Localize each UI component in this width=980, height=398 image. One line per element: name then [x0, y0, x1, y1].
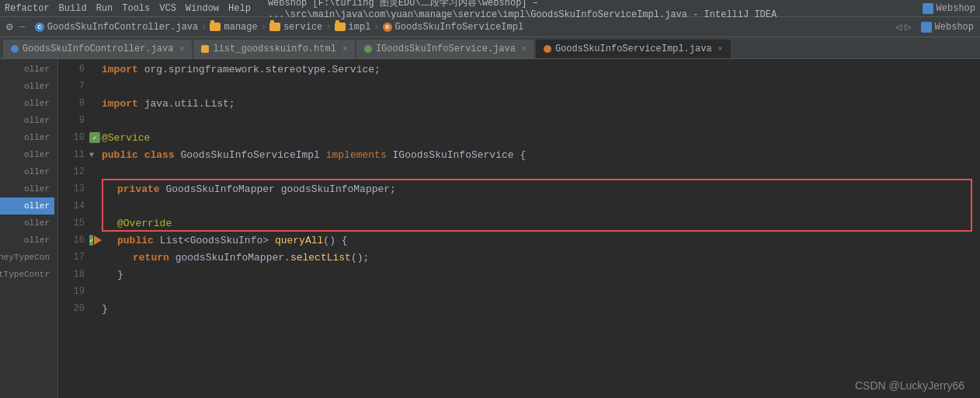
webshop-badge-label: Webshop [935, 22, 974, 33]
code-line-18: } [102, 266, 980, 283]
tab-goodsskuinfoserviceimpl[interactable]: GoodsSkuInfoServiceImpl.java × [536, 40, 731, 58]
tab-icon-html [201, 45, 209, 53]
webshop-badge: Webshop [921, 22, 974, 33]
gutter-green-check-line16: ✓ [89, 235, 93, 246]
breadcrumb-icon-serviceimpl: G [383, 23, 392, 32]
window-title-path: webshop [F:\turling 图灵EDU\二段学习内容\webshop… [268, 0, 913, 20]
code-line-7 [102, 78, 980, 95]
tab-igoodsskuinfoservice[interactable]: IGoodsSkuInfoService.java × [356, 40, 534, 58]
gutter-green-check-line10: ✓ [89, 132, 100, 143]
tab-label-controller: GoodsSkuInfoController.java [23, 44, 173, 54]
breadcrumb-item-controller[interactable]: GoodsSkuInfoController.java [47, 22, 198, 33]
tab-close-html[interactable]: × [342, 45, 347, 54]
tab-close-serviceimpl[interactable]: × [718, 45, 723, 54]
csdn-watermark: CSDN @LuckyJerry66 [855, 379, 964, 392]
breadcrumb-folder-service [269, 23, 280, 31]
menu-vcs[interactable]: VCS [159, 3, 176, 14]
code-line-19 [102, 283, 980, 300]
sidebar-item-nttypecontr[interactable]: ntTypeContr [0, 266, 54, 283]
menu-tools[interactable]: Tools [122, 3, 150, 14]
breadcrumb-minus[interactable]: − [19, 21, 25, 33]
webshop-badge-icon [921, 22, 932, 33]
code-line-12 [102, 163, 980, 180]
tab-icon-serviceimpl [544, 45, 551, 53]
line-numbers: 6 7 8 9 10 11 12 13 14 15 16 17 18 19 20 [58, 59, 89, 317]
code-line-16: public List<GoodsSkuInfo> queryAll() { [102, 232, 980, 249]
sidebar-item-10[interactable]: oller [0, 232, 54, 249]
menu-bar: Refactor Build Run Tools VCS Window Help… [0, 0, 980, 17]
code-line-10: @Service [102, 129, 980, 146]
breadcrumb-item-impl[interactable]: impl [349, 22, 371, 33]
tabs-bar: GoodsSkuInfoController.java × list_goods… [0, 37, 980, 59]
sidebar-item-6[interactable]: oller [0, 146, 54, 163]
tab-close-controller[interactable]: × [179, 45, 184, 54]
breadcrumb-item-service[interactable]: service [283, 22, 322, 33]
tab-close-iservice[interactable]: × [522, 45, 526, 54]
webshop-text: Webshop [937, 3, 975, 14]
gutter-fold-line11[interactable]: ▼ [89, 151, 94, 159]
code-lines: import org.springframework.stereotype.Se… [102, 59, 980, 398]
code-line-9 [102, 112, 980, 129]
menu-window[interactable]: Window [186, 3, 219, 14]
sidebar-item-3[interactable]: oller [0, 95, 54, 112]
code-line-6: import org.springframework.stereotype.Se… [102, 61, 980, 78]
code-line-20: } [102, 300, 980, 317]
gutter-col: ✓ ▼ ✓ [89, 61, 102, 317]
sidebar-item-8[interactable]: oller [0, 180, 54, 197]
code-line-11: public class GoodsSkuInfoServiceImpl imp… [102, 146, 980, 163]
code-line-13: private GoodsSkuInfoMapper goodsSkuInfoM… [102, 180, 980, 197]
webshop-icon [923, 3, 933, 14]
breadcrumb-item-serviceimpl[interactable]: GoodsSkuInfoServiceImpl [395, 22, 524, 33]
sidebar-item-4[interactable]: oller [0, 112, 54, 129]
code-line-15: @Override [102, 215, 980, 232]
code-line-17: return goodsSkuInfoMapper.selectList(); [102, 249, 980, 266]
tab-icon-iservice [364, 45, 372, 53]
breadcrumb-folder-manage [210, 23, 221, 31]
editor-container: oller oller oller oller oller oller olle… [0, 59, 980, 398]
breadcrumb-nav: ◁ ▷ [895, 20, 912, 33]
nav-back-arrow[interactable]: ◁ [895, 20, 902, 33]
breadcrumb-item-manage[interactable]: manage [224, 22, 257, 33]
code-line-8: import java.util.List; [102, 95, 980, 112]
menu-refactor[interactable]: Refactor [5, 3, 50, 14]
code-line-14 [102, 197, 980, 215]
webshop-label: Webshop [923, 3, 975, 14]
code-editor[interactable]: 6 7 8 9 10 11 12 13 14 15 16 17 18 19 20 [58, 59, 980, 398]
menu-help[interactable]: Help [228, 3, 251, 14]
nav-forward-arrow[interactable]: ▷ [905, 20, 911, 33]
tab-label-html: list_goodsskuinfo.html [213, 44, 335, 54]
gutter-run-arrow-line16[interactable] [94, 236, 102, 245]
breadcrumb-folder-impl [335, 23, 346, 31]
sidebar-item-9[interactable]: oller [0, 215, 54, 232]
tab-icon-controller [11, 45, 19, 53]
sidebar-item-moneytypecon[interactable]: oneyTypeCon [0, 249, 54, 266]
menu-run[interactable]: Run [96, 3, 113, 14]
tab-goodsskuinfocontroller[interactable]: GoodsSkuInfoController.java × [3, 40, 192, 58]
tab-label-iservice: IGoodsSkuInfoService.java [376, 44, 516, 54]
breadcrumb-icon-controller: C [35, 23, 44, 32]
sidebar-item-1[interactable]: oller [0, 61, 54, 78]
sidebar-item-2[interactable]: oller [0, 78, 54, 95]
sidebar-item-5[interactable]: oller [0, 129, 54, 146]
sidebar-item-7[interactable]: oller [0, 163, 54, 180]
left-sidebar: oller oller oller oller oller oller olle… [0, 59, 58, 398]
menu-build[interactable]: Build [59, 3, 87, 14]
sidebar-item-active[interactable]: oller [0, 197, 54, 215]
settings-icon[interactable]: ⚙ [6, 20, 12, 33]
tab-listgoodsskuinfo[interactable]: list_goodsskuinfo.html × [193, 40, 354, 58]
tab-label-serviceimpl: GoodsSkuInfoServiceImpl.java [555, 44, 712, 54]
